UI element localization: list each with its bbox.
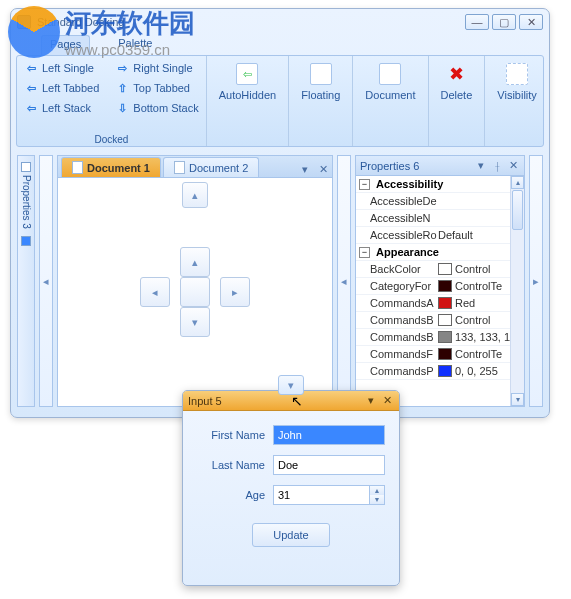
cmd-left-single[interactable]: ⇦Left Single — [21, 59, 102, 77]
ribbon-tab-pages[interactable]: Pages — [41, 35, 90, 55]
tab-document1[interactable]: Document 1 — [61, 157, 161, 177]
dock-hint-inner-bottom[interactable]: ▾ — [180, 307, 210, 337]
panel-pin-button[interactable]: ⟊ — [490, 159, 504, 173]
update-button[interactable]: Update — [252, 523, 329, 547]
app-icon — [17, 15, 31, 29]
cmd-left-tabbed[interactable]: ⇦Left Tabbed — [21, 79, 102, 97]
property-category[interactable]: −Appearance — [356, 244, 510, 261]
main-window: Standard Docking — ▢ ✕ Pages Palette ⇦Le… — [10, 8, 550, 418]
cmd-autohidden[interactable]: ⇦AutoHidden — [211, 59, 285, 105]
color-swatch — [438, 331, 452, 343]
dock-hint-inner-center[interactable] — [180, 277, 210, 307]
titlebar[interactable]: Standard Docking — ▢ ✕ — [11, 9, 549, 35]
cmd-visibility[interactable]: Visibility — [489, 59, 545, 105]
dock-flap-mid[interactable]: ◂ — [337, 155, 351, 407]
floating-title: Input 5 — [188, 395, 222, 407]
tab-icon — [21, 162, 31, 172]
property-row[interactable]: CommandsBControl — [356, 312, 510, 329]
document-icon — [379, 63, 401, 85]
arrow-right-icon: ⇨ — [115, 61, 129, 75]
dock-flap-left[interactable]: ◂ — [39, 155, 53, 407]
color-swatch — [438, 365, 452, 377]
ribbon-tab-palette[interactable]: Palette — [110, 35, 160, 55]
minimize-button[interactable]: — — [465, 14, 489, 30]
cmd-left-stack[interactable]: ⇦Left Stack — [21, 99, 102, 117]
panel-close-button[interactable]: ✕ — [506, 159, 520, 173]
property-row[interactable]: CommandsP0, 0, 255 — [356, 363, 510, 380]
dock-hint-inner-right[interactable]: ▸ — [220, 277, 250, 307]
arrow-down-icon: ⇩ — [115, 101, 129, 115]
tab-close-button[interactable]: ✕ — [315, 161, 331, 177]
ribbon: ⇦Left Single ⇨Right Single ⇦Left Tabbed … — [16, 55, 544, 147]
first-name-field[interactable] — [273, 425, 385, 445]
tab-document2[interactable]: Document 2 — [163, 157, 259, 177]
scroll-thumb[interactable] — [512, 190, 523, 230]
dock-flap-right[interactable]: ▸ — [529, 155, 543, 407]
arrow-left-icon: ⇦ — [24, 81, 38, 95]
property-row[interactable]: AccessibleRoDefault — [356, 227, 510, 244]
cmd-top-tabbed[interactable]: ⇧Top Tabbed — [112, 79, 201, 97]
age-stepper[interactable]: ▲▼ — [273, 485, 385, 505]
ribbon-group-delete: ✖Delete — [429, 56, 486, 146]
property-row[interactable]: BackColorControl — [356, 261, 510, 278]
close-button[interactable]: ✕ — [519, 14, 543, 30]
autohide-tab-properties3[interactable]: Properties 3 — [17, 155, 35, 407]
panel-close-button[interactable]: ✕ — [380, 394, 394, 408]
panel-dropdown-button[interactable]: ▾ — [364, 394, 378, 408]
window-icon — [310, 63, 332, 85]
floating-window-input5[interactable]: ▾ ↖ Input 5 ▾ ✕ First Name Last Name Age… — [182, 390, 400, 586]
maximize-button[interactable]: ▢ — [492, 14, 516, 30]
color-swatch — [438, 348, 452, 360]
dock-hint-top[interactable]: ▴ — [182, 182, 208, 208]
cursor-icon: ↖ — [291, 393, 303, 409]
document-icon — [72, 161, 83, 174]
property-row[interactable]: CategoryForControlTe — [356, 278, 510, 295]
document-content: ▴ ▴ ◂ ▸ ▾ — [58, 178, 332, 406]
dock-hint-inner-top[interactable]: ▴ — [180, 247, 210, 277]
arrow-up-icon: ⇧ — [115, 81, 129, 95]
autohide-tab-label: Properties 3 — [21, 175, 32, 229]
dock-hint-bottom[interactable]: ▾ — [278, 375, 304, 395]
scrollbar-vertical[interactable]: ▴ ▾ — [510, 176, 524, 406]
tab-icon — [21, 236, 31, 246]
scroll-up-button[interactable]: ▴ — [511, 176, 524, 189]
color-swatch — [438, 263, 452, 275]
cmd-floating[interactable]: Floating — [293, 59, 348, 105]
property-row[interactable]: CommandsFControlTe — [356, 346, 510, 363]
spin-down-icon[interactable]: ▼ — [370, 495, 384, 504]
property-row[interactable]: AccessibleN — [356, 210, 510, 227]
collapse-icon[interactable]: − — [359, 247, 370, 258]
property-row[interactable]: CommandsB133, 133, 1 — [356, 329, 510, 346]
color-swatch — [438, 314, 452, 326]
cmd-bottom-stack[interactable]: ⇩Bottom Stack — [112, 99, 201, 117]
properties-header[interactable]: Properties 6 ▾ ⟊ ✕ — [356, 156, 524, 176]
color-swatch — [438, 280, 452, 292]
collapse-icon[interactable]: − — [359, 179, 370, 190]
input-form: First Name Last Name Age ▲▼ Update — [183, 411, 399, 555]
document-tabstrip: Document 1 Document 2 ▾ ✕ — [58, 156, 332, 178]
ribbon-group-floating: Floating — [289, 56, 353, 146]
label-last-name: Last Name — [197, 459, 265, 471]
scroll-down-button[interactable]: ▾ — [511, 393, 524, 406]
tab-dropdown-button[interactable]: ▾ — [297, 161, 313, 177]
color-swatch — [438, 297, 452, 309]
cmd-delete[interactable]: ✖Delete — [433, 59, 481, 105]
property-category[interactable]: −Accessibility — [356, 176, 510, 193]
arrow-left-icon: ⇦ — [24, 101, 38, 115]
dock-hint-inner-left[interactable]: ◂ — [140, 277, 170, 307]
age-field[interactable] — [273, 485, 370, 505]
spin-up-icon[interactable]: ▲ — [370, 486, 384, 495]
ribbon-group-docked: ⇦Left Single ⇨Right Single ⇦Left Tabbed … — [17, 56, 207, 146]
property-grid[interactable]: −AccessibilityAccessibleDeAccessibleNAcc… — [356, 176, 510, 406]
label-first-name: First Name — [197, 429, 265, 441]
ribbon-group-autohidden: ⇦AutoHidden — [207, 56, 290, 146]
property-row[interactable]: AccessibleDe — [356, 193, 510, 210]
visibility-icon — [506, 63, 528, 85]
document-icon — [174, 161, 185, 174]
cmd-document[interactable]: Document — [357, 59, 423, 105]
property-row[interactable]: CommandsARed — [356, 295, 510, 312]
panel-dropdown-button[interactable]: ▾ — [474, 159, 488, 173]
last-name-field[interactable] — [273, 455, 385, 475]
cmd-right-single[interactable]: ⇨Right Single — [112, 59, 201, 77]
properties-panel: Properties 6 ▾ ⟊ ✕ −AccessibilityAccessi… — [355, 155, 525, 407]
